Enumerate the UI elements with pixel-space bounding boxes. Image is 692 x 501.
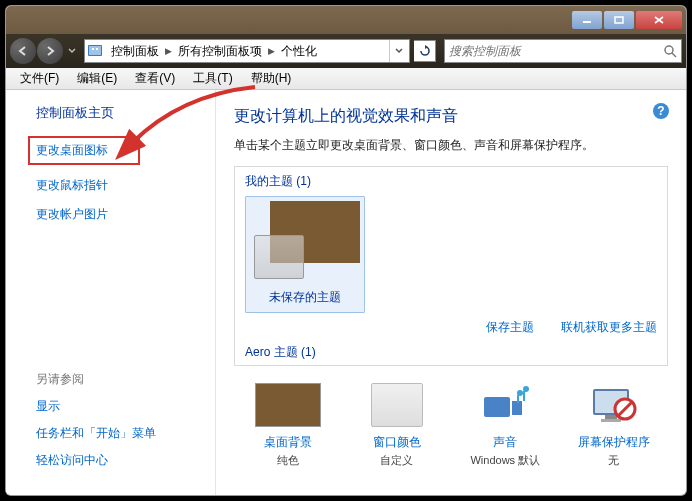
- maximize-button[interactable]: [604, 11, 634, 29]
- desktop-background-link[interactable]: 桌面背景: [238, 434, 338, 451]
- theme-actions: 保存主题 联机获取更多主题: [245, 313, 657, 340]
- nav-arrows: [10, 38, 80, 64]
- refresh-button[interactable]: [414, 40, 436, 62]
- desktop-background-swatch: [238, 380, 338, 430]
- theme-label: 未保存的主题: [250, 283, 360, 308]
- see-also-heading: 另请参阅: [36, 371, 156, 388]
- svg-rect-5: [89, 46, 101, 55]
- my-themes-heading: 我的主题 (1): [245, 173, 657, 190]
- screensaver-col: 屏幕保护程序 无: [564, 380, 664, 468]
- navbar: 控制面板 ▶ 所有控制面板项 ▶ 个性化: [6, 34, 686, 68]
- minimize-button[interactable]: [572, 11, 602, 29]
- content: 控制面板主页 更改桌面图标 更改鼠标指针 更改帐户图片 另请参阅 显示 任务栏和…: [6, 90, 686, 495]
- svg-rect-18: [605, 415, 617, 419]
- address-dropdown[interactable]: [389, 40, 407, 62]
- help-button[interactable]: ?: [652, 102, 670, 120]
- window-color-col: 窗口颜色 自定义: [347, 380, 447, 468]
- search-box[interactable]: [444, 39, 682, 63]
- svg-rect-12: [484, 397, 510, 417]
- close-icon: [654, 16, 664, 24]
- forward-button[interactable]: [37, 38, 63, 64]
- menu-edit[interactable]: 编辑(E): [69, 68, 125, 89]
- chevron-down-icon: [395, 48, 403, 54]
- address-bar[interactable]: 控制面板 ▶ 所有控制面板项 ▶ 个性化: [84, 39, 410, 63]
- get-online-themes-link[interactable]: 联机获取更多主题: [561, 320, 657, 334]
- theme-item-unsaved[interactable]: 未保存的主题: [245, 196, 365, 313]
- screensaver-value: 无: [608, 454, 619, 466]
- save-theme-link[interactable]: 保存主题: [486, 320, 534, 334]
- theme-thumbnail: [250, 201, 360, 283]
- sound-icon: [455, 380, 555, 430]
- close-button[interactable]: [636, 11, 682, 29]
- svg-line-9: [672, 53, 676, 57]
- menu-help[interactable]: 帮助(H): [243, 68, 300, 89]
- theme-glass-swatch: [254, 235, 304, 279]
- breadcrumb-item-1[interactable]: 所有控制面板项: [174, 40, 266, 62]
- sidebar-change-mouse-pointer[interactable]: 更改鼠标指针: [36, 177, 207, 194]
- svg-rect-19: [601, 419, 621, 422]
- window: 控制面板 ▶ 所有控制面板项 ▶ 个性化 文件(F) 编辑(E) 查看(V) 工…: [5, 5, 687, 496]
- settings-row: 桌面背景 纯色 窗口颜色 自定义 声音 Windows 默认: [234, 380, 668, 468]
- sidebar-change-account-picture[interactable]: 更改帐户图片: [36, 206, 207, 223]
- svg-text:?: ?: [657, 104, 664, 118]
- arrow-left-icon: [17, 45, 29, 57]
- search-input[interactable]: [449, 44, 663, 58]
- refresh-icon: [419, 45, 431, 57]
- menubar: 文件(F) 编辑(E) 查看(V) 工具(T) 帮助(H): [6, 68, 686, 90]
- see-also-taskbar[interactable]: 任务栏和「开始」菜单: [36, 425, 156, 442]
- svg-rect-7: [96, 48, 98, 50]
- window-color-link[interactable]: 窗口颜色: [347, 434, 447, 451]
- sound-col: 声音 Windows 默认: [455, 380, 555, 468]
- svg-rect-13: [512, 401, 522, 415]
- chevron-right-icon: ▶: [266, 46, 277, 56]
- screensaver-icon: [564, 380, 664, 430]
- titlebar: [6, 6, 686, 34]
- maximize-icon: [614, 16, 624, 24]
- chevron-down-icon: [68, 48, 76, 54]
- sidebar-change-desktop-icons[interactable]: 更改桌面图标: [28, 136, 140, 165]
- page-title: 更改计算机上的视觉效果和声音: [234, 106, 668, 127]
- themes-panel: 我的主题 (1) 未保存的主题 保存主题 联机获取更多主题 Aero 主题 (1…: [234, 166, 668, 366]
- sidebar: 控制面板主页 更改桌面图标 更改鼠标指针 更改帐户图片 另请参阅 显示 任务栏和…: [6, 90, 216, 495]
- minimize-icon: [582, 16, 592, 24]
- desktop-background-col: 桌面背景 纯色: [238, 380, 338, 468]
- back-button[interactable]: [10, 38, 36, 64]
- screensaver-link[interactable]: 屏幕保护程序: [564, 434, 664, 451]
- chevron-right-icon: ▶: [163, 46, 174, 56]
- menu-tool[interactable]: 工具(T): [185, 68, 240, 89]
- svg-point-8: [665, 46, 673, 54]
- aero-themes-heading: Aero 主题 (1): [245, 344, 657, 361]
- sound-value: Windows 默认: [470, 454, 540, 466]
- svg-rect-0: [583, 21, 591, 23]
- control-panel-icon: [87, 43, 103, 59]
- svg-rect-6: [92, 48, 94, 50]
- search-icon: [663, 44, 677, 58]
- menu-view[interactable]: 查看(V): [127, 68, 183, 89]
- svg-rect-1: [615, 17, 623, 23]
- see-also-ease-of-access[interactable]: 轻松访问中心: [36, 452, 156, 469]
- history-dropdown[interactable]: [64, 38, 80, 64]
- breadcrumb-item-0[interactable]: 控制面板: [107, 40, 163, 62]
- arrow-right-icon: [44, 45, 56, 57]
- sound-link[interactable]: 声音: [455, 434, 555, 451]
- main-pane: ? 更改计算机上的视觉效果和声音 单击某个主题立即更改桌面背景、窗口颜色、声音和…: [216, 90, 686, 495]
- window-color-swatch: [347, 380, 447, 430]
- menu-file[interactable]: 文件(F): [12, 68, 67, 89]
- window-color-value: 自定义: [380, 454, 413, 466]
- see-also-section: 另请参阅 显示 任务栏和「开始」菜单 轻松访问中心: [36, 371, 156, 479]
- page-description: 单击某个主题立即更改桌面背景、窗口颜色、声音和屏幕保护程序。: [234, 137, 668, 154]
- help-icon: ?: [652, 102, 670, 120]
- sidebar-home-link[interactable]: 控制面板主页: [36, 104, 207, 122]
- breadcrumb-item-2[interactable]: 个性化: [277, 40, 321, 62]
- see-also-display[interactable]: 显示: [36, 398, 156, 415]
- desktop-background-value: 纯色: [277, 454, 299, 466]
